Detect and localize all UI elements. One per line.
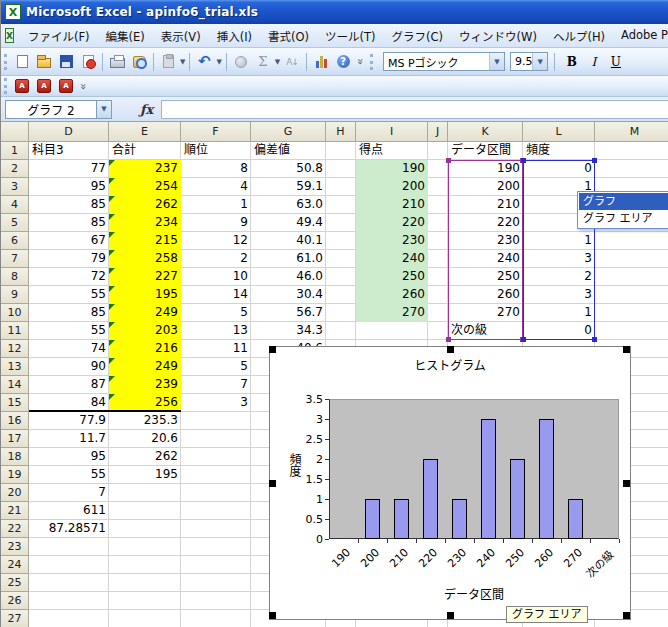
select-all-corner[interactable] (1, 122, 29, 142)
cell-K1[interactable]: データ区間 (448, 142, 523, 160)
save-button[interactable] (56, 52, 76, 72)
cell-D7[interactable]: 79 (29, 250, 109, 268)
paste-button[interactable] (158, 52, 178, 72)
row-header-21[interactable]: 21 (1, 502, 29, 520)
histogram-bar-240[interactable] (481, 419, 496, 539)
row-header-12[interactable]: 12 (1, 340, 29, 358)
histogram-bar-200[interactable] (365, 499, 380, 539)
column-header-D[interactable]: D (29, 122, 109, 142)
histogram-bar-270[interactable] (568, 499, 583, 539)
cell-D18[interactable]: 95 (29, 448, 109, 466)
row-header-17[interactable]: 17 (1, 430, 29, 448)
chart-selection-handle[interactable] (269, 480, 276, 487)
cell-D16[interactable]: 77.9 (29, 412, 109, 430)
open-button[interactable] (34, 52, 54, 72)
chart-selection-handle[interactable] (447, 612, 454, 619)
row-header-25[interactable]: 25 (1, 574, 29, 592)
row-header-22[interactable]: 22 (1, 520, 29, 538)
cell-F10[interactable]: 5 (181, 304, 251, 322)
toolbar-grip[interactable] (370, 54, 373, 70)
row-header-27[interactable]: 27 (1, 610, 29, 627)
cell-D5[interactable]: 85 (29, 214, 109, 232)
cell-D12[interactable]: 74 (29, 340, 109, 358)
chart-wizard-button[interactable] (311, 52, 331, 72)
cell-E13[interactable]: 249 (109, 358, 181, 376)
cell-D11[interactable]: 55 (29, 322, 109, 340)
cell-I1[interactable]: 得点 (356, 142, 428, 160)
chart-x-axis-title[interactable]: データ区間 (329, 585, 619, 602)
chart-selection-handle[interactable] (269, 612, 276, 619)
menu-item-4[interactable]: 書式(O) (260, 25, 317, 47)
cell-K8[interactable]: 250 (448, 268, 523, 286)
cell-E3[interactable]: 254 (109, 178, 181, 196)
convert-to-pdf-button[interactable]: A (12, 76, 32, 96)
font-name-dropdown-icon[interactable]: ▼ (489, 53, 504, 70)
print-button[interactable] (107, 52, 127, 72)
cell-K6[interactable]: 230 (448, 232, 523, 250)
cell-F9[interactable]: 14 (181, 286, 251, 304)
toolbar-options-chevron[interactable]: » (354, 58, 367, 65)
cell-K4[interactable]: 210 (448, 196, 523, 214)
cell-L7[interactable]: 3 (523, 250, 595, 268)
popup-item-chart[interactable]: グラフ (579, 193, 668, 210)
cell-K5[interactable]: 220 (448, 214, 523, 232)
row-header-19[interactable]: 19 (1, 466, 29, 484)
row-header-8[interactable]: 8 (1, 268, 29, 286)
name-box[interactable] (5, 100, 97, 119)
insert-function-button[interactable]: ƒx (140, 102, 153, 117)
cell-D17[interactable]: 11.7 (29, 430, 109, 448)
cell-D21[interactable]: 611 (29, 502, 109, 520)
toolbar-grip[interactable] (4, 78, 7, 94)
cell-G7[interactable]: 61.0 (251, 250, 326, 268)
menu-item-1[interactable]: 編集(E) (98, 25, 153, 47)
cell-I5[interactable]: 220 (356, 214, 428, 232)
cell-I7[interactable]: 240 (356, 250, 428, 268)
row-header-9[interactable]: 9 (1, 286, 29, 304)
column-header-I[interactable]: I (356, 122, 428, 142)
row-header-14[interactable]: 14 (1, 376, 29, 394)
sort-ascending-button[interactable]: A↓ (282, 52, 302, 72)
cell-F7[interactable]: 2 (181, 250, 251, 268)
embedded-chart[interactable]: ヒストグラム データ区間 頻度 00.511.522.533.519020021… (269, 346, 631, 620)
chart-selection-handle[interactable] (623, 346, 630, 353)
cell-D4[interactable]: 85 (29, 196, 109, 214)
histogram-bar-210[interactable] (394, 499, 409, 539)
column-header-M[interactable]: M (595, 122, 668, 142)
cell-K10[interactable]: 270 (448, 304, 523, 322)
histogram-bar-220[interactable] (423, 459, 438, 539)
cell-E14[interactable]: 239 (109, 376, 181, 394)
cell-G11[interactable]: 34.3 (251, 322, 326, 340)
cell-E16[interactable]: 235.3 (109, 412, 181, 430)
row-header-20[interactable]: 20 (1, 484, 29, 502)
cell-K7[interactable]: 240 (448, 250, 523, 268)
permission-button[interactable] (78, 52, 98, 72)
cell-D1[interactable]: 科目3 (29, 142, 109, 160)
chart-selection-handle[interactable] (623, 480, 630, 487)
convert-and-review-pdf-button[interactable]: A (56, 76, 76, 96)
underline-button[interactable]: U (606, 52, 626, 72)
row-header-3[interactable]: 3 (1, 178, 29, 196)
cell-D8[interactable]: 72 (29, 268, 109, 286)
cell-I8[interactable]: 250 (356, 268, 428, 286)
cell-I9[interactable]: 260 (356, 286, 428, 304)
cell-F4[interactable]: 1 (181, 196, 251, 214)
row-header-4[interactable]: 4 (1, 196, 29, 214)
new-document-button[interactable] (12, 52, 32, 72)
row-header-15[interactable]: 15 (1, 394, 29, 412)
cell-D9[interactable]: 55 (29, 286, 109, 304)
font-size-combo[interactable]: 9.5 ▼ (510, 52, 548, 71)
cell-D19[interactable]: 55 (29, 466, 109, 484)
cell-L2[interactable]: 0 (523, 160, 595, 178)
menu-item-0[interactable]: ファイル(F) (20, 25, 98, 47)
row-header-11[interactable]: 11 (1, 322, 29, 340)
cell-K2[interactable]: 190 (448, 160, 523, 178)
cell-F2[interactable]: 8 (181, 160, 251, 178)
cell-G5[interactable]: 49.4 (251, 214, 326, 232)
cell-F14[interactable]: 7 (181, 376, 251, 394)
histogram-bar-230[interactable] (452, 499, 467, 539)
cell-K11[interactable]: 次の級 (448, 322, 523, 340)
row-header-5[interactable]: 5 (1, 214, 29, 232)
cell-G3[interactable]: 59.1 (251, 178, 326, 196)
autosum-dropdown[interactable]: ▼ (274, 58, 281, 66)
cell-G4[interactable]: 63.0 (251, 196, 326, 214)
